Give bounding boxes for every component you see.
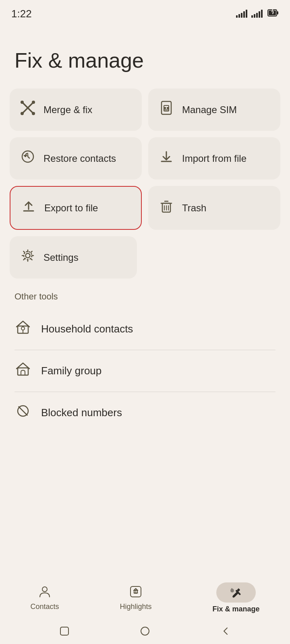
signal-icon-2 — [251, 10, 263, 18]
fix-manage-active-bg — [216, 582, 256, 603]
status-icons — [236, 8, 279, 19]
svg-rect-15 — [164, 109, 169, 110]
system-nav — [0, 620, 290, 644]
trash-icon — [158, 198, 175, 218]
manage-sim-card[interactable]: Manage SIM — [148, 89, 280, 131]
family-group-label: Family group — [41, 365, 102, 377]
grid-section: Merge & fix Manage SIM Restore contacts — [0, 89, 290, 230]
svg-rect-27 — [18, 368, 28, 375]
svg-rect-14 — [167, 107, 169, 109]
gear-icon — [19, 248, 36, 267]
export-icon — [20, 198, 37, 218]
family-group-item[interactable]: Family group — [0, 350, 290, 392]
svg-point-9 — [32, 101, 35, 104]
back-nav-button[interactable] — [220, 625, 231, 638]
svg-point-7 — [21, 101, 24, 104]
export-to-file-card[interactable]: Export to file — [10, 186, 142, 230]
square-nav-button[interactable] — [59, 625, 70, 638]
svg-point-25 — [21, 327, 25, 330]
svg-line-29 — [19, 407, 27, 415]
svg-rect-13 — [164, 107, 166, 109]
import-from-file-label: Import from file — [182, 152, 246, 165]
merge-icon — [19, 100, 36, 120]
household-icon — [14, 320, 31, 339]
restore-icon — [19, 149, 36, 168]
blocked-numbers-label: Blocked numbers — [41, 407, 122, 419]
svg-point-10 — [21, 112, 24, 115]
household-contacts-label: Household contacts — [41, 323, 133, 335]
restore-contacts-card[interactable]: Restore contacts — [10, 137, 142, 180]
signal-icon — [236, 10, 247, 18]
import-from-file-card[interactable]: Import from file — [148, 137, 280, 180]
household-contacts-item[interactable]: Household contacts — [0, 308, 290, 350]
person-icon — [38, 585, 52, 600]
export-to-file-label: Export to file — [44, 202, 98, 214]
blocked-numbers-item[interactable]: Blocked numbers — [0, 392, 290, 433]
status-bar: 1:22 — [0, 0, 290, 24]
highlights-icon — [129, 585, 143, 600]
merge-fix-label: Merge & fix — [44, 103, 92, 116]
nav-fix-manage[interactable]: Fix & manage — [203, 579, 269, 617]
blocked-icon — [14, 403, 31, 422]
family-icon — [14, 361, 31, 380]
other-tools-label: Other tools — [0, 288, 290, 308]
restore-contacts-label: Restore contacts — [44, 152, 116, 165]
trash-label: Trash — [182, 202, 206, 214]
svg-rect-11 — [162, 101, 171, 114]
import-icon — [158, 149, 175, 168]
highlights-nav-label: Highlights — [120, 603, 151, 611]
battery-icon — [267, 8, 279, 19]
status-time: 1:22 — [11, 8, 32, 20]
trash-card[interactable]: Trash — [148, 186, 280, 230]
nav-highlights[interactable]: Highlights — [110, 582, 161, 614]
circle-nav-button[interactable] — [139, 625, 151, 638]
svg-rect-34 — [60, 627, 68, 635]
settings-row: Settings — [0, 236, 290, 279]
page-title: Fix & manage — [0, 24, 290, 89]
contacts-nav-label: Contacts — [30, 603, 59, 611]
manage-sim-label: Manage SIM — [182, 103, 237, 116]
settings-label: Settings — [44, 251, 79, 264]
svg-point-35 — [141, 627, 149, 635]
settings-card[interactable]: Settings — [10, 236, 137, 279]
fix-manage-nav-label: Fix & manage — [212, 605, 259, 613]
svg-point-8 — [32, 112, 35, 115]
other-tools-section: Other tools Household contacts Family gr… — [0, 288, 290, 433]
svg-point-22 — [26, 254, 30, 258]
svg-point-30 — [42, 587, 47, 592]
bottom-nav: Contacts Highlights Fix & manage — [0, 574, 290, 620]
merge-fix-card[interactable]: Merge & fix — [10, 89, 142, 131]
nav-contacts[interactable]: Contacts — [21, 582, 68, 614]
svg-rect-2 — [277, 11, 278, 14]
sim-icon — [158, 100, 175, 120]
